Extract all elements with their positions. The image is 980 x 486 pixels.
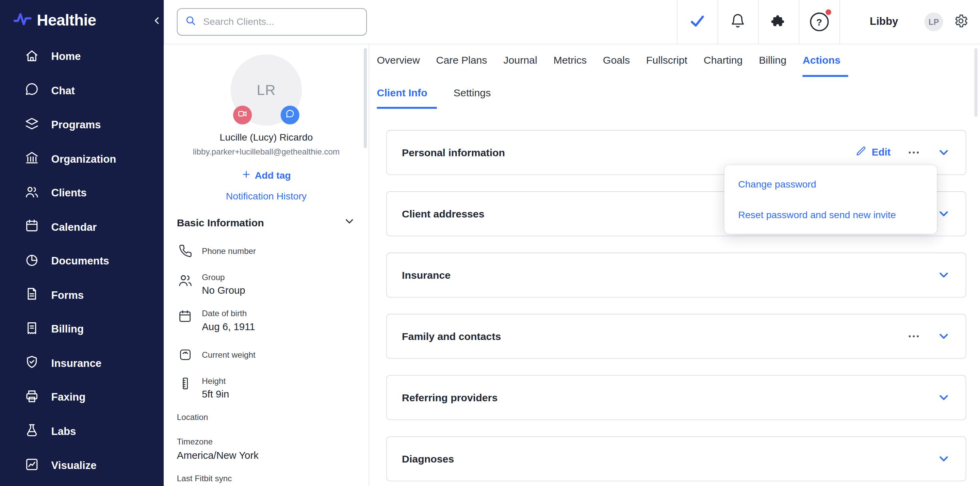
expand-section-button[interactable] [937, 452, 950, 465]
notifications-button[interactable] [717, 0, 758, 44]
field-label: Current weight [202, 350, 256, 359]
weight-icon [177, 347, 193, 362]
group-icon [177, 272, 193, 296]
sidebar-item-chat[interactable]: Chat [0, 74, 164, 108]
sidebar-item-forms[interactable]: Forms [0, 279, 164, 312]
section-title: Family and contacts [402, 330, 501, 343]
field-value: Aug 6, 1911 [202, 321, 255, 333]
notification-dot [826, 10, 831, 15]
phone-icon [177, 243, 193, 258]
sidebar-item-label: Billing [51, 323, 84, 336]
dob-field: Date of birth Aug 6, 1911 [177, 309, 356, 333]
sidebar-item-insurance[interactable]: Insurance [0, 346, 164, 381]
sidebar-item-clients[interactable]: Clients [0, 176, 164, 210]
user-menu[interactable]: Libby LP [839, 0, 980, 44]
video-call-button[interactable] [233, 105, 252, 124]
menu-item-reset-password[interactable]: Reset password and send new invite [724, 199, 937, 230]
fitbit-sync-field: Last Fitbit sync [177, 474, 356, 483]
tasks-button[interactable] [677, 0, 717, 44]
clients-icon [24, 184, 40, 202]
client-panel: LR Lucille (Lucy) Ricardo libby.parker+l… [164, 44, 369, 486]
tab-fullscript[interactable]: Fullscript [646, 54, 687, 77]
field-label: Date of birth [202, 309, 255, 318]
tab-journal[interactable]: Journal [503, 54, 537, 77]
sidebar-item-label: Home [51, 51, 81, 63]
sidebar-item-billing[interactable]: Billing [0, 312, 164, 346]
more-options-button[interactable] [907, 330, 920, 343]
tab-charting[interactable]: Charting [704, 54, 743, 77]
chevron-down-icon [937, 268, 950, 282]
ellipsis-icon [907, 146, 920, 159]
chevron-down-icon [937, 452, 950, 465]
message-client-button[interactable] [281, 105, 299, 124]
tab-goals[interactable]: Goals [603, 54, 630, 77]
gear-icon[interactable] [953, 13, 969, 31]
subtab-client-info[interactable]: Client Info [377, 87, 437, 108]
panel-scrollbar[interactable] [364, 48, 367, 148]
sidebar-item-documents[interactable]: Documents [0, 244, 164, 279]
brand-logo[interactable]: Healthie [0, 0, 164, 40]
app-window: Healthie Home Chat Programs Organization… [0, 0, 980, 486]
tab-care-plans[interactable]: Care Plans [436, 54, 487, 77]
main-scrollbar[interactable] [974, 48, 977, 117]
section-title: Diagnoses [402, 453, 454, 465]
search-icon [185, 15, 196, 29]
chevron-down-icon [937, 391, 950, 404]
basic-information-header[interactable]: Basic Information [164, 215, 369, 230]
chat-icon [24, 82, 40, 100]
subtab-settings[interactable]: Settings [453, 87, 491, 108]
tab-actions[interactable]: Actions [803, 54, 848, 77]
sidebar-item-home[interactable]: Home [0, 40, 164, 74]
tab-overview[interactable]: Overview [377, 54, 420, 77]
chevron-down-icon[interactable] [343, 215, 356, 230]
edit-button[interactable]: Edit [856, 146, 891, 159]
field-label: Timezone [177, 437, 356, 446]
chevron-left-icon [151, 14, 163, 27]
expand-section-button[interactable] [937, 268, 950, 282]
section-family-and-contacts[interactable]: Family and contacts [386, 314, 966, 359]
expand-section-button[interactable] [937, 330, 950, 343]
sidebar-item-label: Calendar [51, 221, 97, 234]
faxing-icon [24, 389, 40, 407]
tab-metrics[interactable]: Metrics [553, 54, 587, 77]
sidebar-item-label: Chat [51, 85, 75, 97]
more-options-button[interactable] [907, 146, 920, 159]
expand-section-button[interactable] [937, 146, 950, 159]
chevron-down-icon [937, 207, 950, 220]
section-diagnoses[interactable]: Diagnoses [386, 436, 966, 481]
field-label: Location [177, 413, 356, 422]
sidebar-item-label: Clients [51, 187, 87, 200]
search-input[interactable] [202, 16, 359, 28]
calendar-icon [177, 309, 193, 333]
client-search[interactable] [177, 8, 367, 36]
sidebar-item-calendar[interactable]: Calendar [0, 210, 164, 244]
menu-item-change-password[interactable]: Change password [724, 169, 937, 199]
add-tag-button[interactable]: Add tag [164, 170, 369, 182]
sidebar-collapse-button[interactable] [150, 14, 164, 27]
chevron-down-icon [937, 146, 950, 159]
expand-section-button[interactable] [937, 207, 950, 220]
sidebar-item-organization[interactable]: Organization [0, 142, 164, 176]
section-referring-providers[interactable]: Referring providers [386, 375, 966, 420]
sidebar-item-programs[interactable]: Programs [0, 108, 164, 142]
forms-icon [24, 287, 40, 304]
section-title: Personal information [402, 147, 505, 159]
main-tabs: Overview Care Plans Journal Metrics Goal… [377, 44, 980, 77]
sidebar-item-faxing[interactable]: Faxing [0, 381, 164, 415]
field-value: No Group [202, 285, 245, 296]
user-name: Libby [870, 16, 898, 28]
sidebar-item-visualize[interactable]: Visualize [0, 449, 164, 483]
avatar[interactable]: LP [924, 13, 943, 31]
notification-history-link[interactable]: Notification History [164, 191, 369, 202]
field-label: Height [202, 376, 229, 386]
actions-dropdown-menu: Change password Reset password and send … [724, 165, 937, 234]
section-insurance[interactable]: Insurance [386, 253, 966, 298]
sidebar-item-labs[interactable]: Labs [0, 415, 164, 449]
integrations-button[interactable] [758, 0, 798, 44]
expand-section-button[interactable] [937, 391, 950, 404]
help-button[interactable] [799, 0, 839, 44]
sidebar-item-label: Programs [51, 119, 101, 131]
sidebar-item-label: Insurance [51, 357, 102, 370]
tab-billing[interactable]: Billing [759, 54, 786, 77]
basic-information-fields: Phone number Group No Group Date of birt… [164, 241, 369, 483]
